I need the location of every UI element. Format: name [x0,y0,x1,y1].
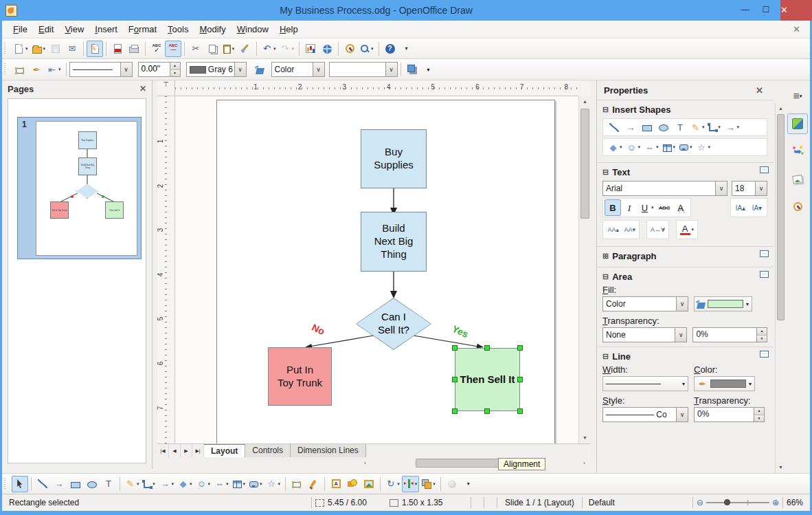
collapse-icon[interactable]: ⊟ [602,272,609,281]
arrange-dropdown-icon[interactable]: ▾ [433,481,436,487]
shadow-button[interactable] [404,61,420,78]
scrollbar-thumb[interactable] [777,114,785,320]
zoom-track[interactable] [706,502,769,503]
chevron-down-icon[interactable]: ∨ [120,63,132,76]
callout-shapes-button[interactable]: ▾ [677,139,695,155]
page-thumbnail[interactable]: 1 Buy Supplies Build Next Big Thing Put … [17,117,142,259]
insert-connector-dropdown-icon[interactable]: ▾ [718,124,721,130]
layer-tab-dimension-lines[interactable]: Dimension Lines [291,444,366,457]
flow-node-then-sell-it[interactable]: Then Sell It [455,348,520,411]
toolbar-overflow-button[interactable]: ▾ [460,476,477,492]
curve-dropdown-icon[interactable]: ▾ [137,481,139,487]
insert-line-button[interactable] [606,119,622,135]
fill-type-combo[interactable]: Color∨ [602,296,688,311]
flowchart-shapes-button[interactable]: ▾ [661,139,678,155]
selection-handle[interactable] [517,345,523,351]
insert-connector-button[interactable]: ▾ [707,119,723,135]
gallery-button[interactable] [361,476,377,492]
fill-color-button[interactable]: ▾ [694,296,752,311]
rotate-dropdown-icon[interactable]: ▾ [397,481,400,487]
sidebar-tab-styles[interactable] [787,168,808,189]
star-shapes-button[interactable]: ☆▾ [695,139,713,155]
insert-rectangle-button[interactable] [639,119,655,135]
lines-and-arrows-dropdown-icon[interactable]: ▾ [172,481,174,487]
redo-dropdown-icon[interactable]: ▾ [292,46,295,52]
underline-button[interactable]: U▾ [638,199,656,216]
increase-font-button[interactable]: AA▴ [605,221,621,238]
scroll-up-icon[interactable]: ▲ [579,96,591,107]
spin-up-icon[interactable]: ▲ [757,328,767,336]
object-size[interactable]: 1.50 x 1.35 [402,498,467,507]
curve-button[interactable]: ✎▾ [123,476,142,492]
zoom-dropdown-icon[interactable]: ▾ [371,46,374,52]
insert-curve-dropdown-icon[interactable]: ▾ [702,124,705,130]
spinner-buttons[interactable]: ▲▼ [170,63,180,76]
toolbar-grip[interactable] [4,43,9,55]
sidebar-tab-properties[interactable] [787,113,808,134]
font-size-combo[interactable]: 18∨ [732,181,767,196]
line-color-combo[interactable]: Gray 6∨ [186,62,247,77]
selection-handle[interactable] [452,345,458,351]
close-properties-icon[interactable]: ✕ [756,85,763,96]
line-style-combo[interactable]: Co∨ [602,407,688,422]
flowcharts-button[interactable]: ▾ [231,476,248,492]
menu-format[interactable]: Format [123,22,162,36]
close-document-icon[interactable]: ✕ [793,24,800,34]
rotate-button[interactable]: ↻▾ [383,476,402,492]
basic-shapes-dropdown-icon[interactable]: ▾ [190,481,192,487]
menu-modify[interactable]: Modify [194,22,231,36]
menu-edit[interactable]: Edit [33,22,59,36]
lines-and-arrows-button[interactable]: →▾ [158,476,177,492]
arrow-style-dropdown-icon[interactable]: ▾ [58,67,61,72]
help-button[interactable]: ? [382,41,398,57]
menu-file[interactable]: File [8,22,33,36]
panel-scrollbar[interactable]: ▲ ▼ [775,103,786,473]
block-arrows-button[interactable]: ⇔▾ [212,476,231,492]
print-button[interactable] [126,41,142,57]
spin-down-icon[interactable]: ▼ [754,415,764,422]
callouts-button[interactable]: ▾ [247,476,264,492]
menu-help[interactable]: Help [274,22,304,36]
edit-file-button[interactable] [87,41,103,57]
paste-dropdown-icon[interactable]: ▾ [232,46,235,52]
line-transparency-spinner[interactable]: 0%▲▼ [694,407,765,422]
chevron-down-icon[interactable]: ∨ [675,328,686,342]
chevron-down-icon[interactable]: ▾ [746,301,749,307]
glue-points-button[interactable] [305,476,322,492]
scrollbar-thumb[interactable] [580,109,589,219]
basic-shapes-button[interactable]: ◆▾ [176,476,194,492]
layer-tab-layout[interactable]: Layout [204,444,245,457]
menu-view[interactable]: View [59,22,89,36]
line-width-button[interactable]: ▾ [602,376,688,391]
callouts-dropdown-icon[interactable]: ▾ [260,481,262,487]
reduce-font-button[interactable]: AA▾ [621,221,638,238]
drawing-page[interactable]: Buy Supplies Build Next Big Thing Can I … [216,100,555,443]
spin-down-icon[interactable]: ▼ [757,336,767,342]
collapse-icon[interactable]: ⊟ [602,168,609,177]
selection-handle[interactable] [452,408,458,414]
last-page-button[interactable]: ▶| [192,444,204,457]
drawing-viewport[interactable]: Buy Supplies Build Next Big Thing Can I … [175,96,578,443]
stars-dropdown-icon[interactable]: ▾ [278,481,281,487]
selection-handle[interactable] [517,408,523,414]
expand-icon[interactable]: ⊞ [602,252,609,261]
underline-dropdown-icon[interactable]: ▾ [651,205,654,210]
next-page-button[interactable]: ▶ [181,444,192,457]
insert-chart-button[interactable] [302,41,319,57]
selection-handle[interactable] [484,345,490,351]
line-width-value[interactable]: 0.00" [139,63,170,76]
scroll-down-icon[interactable]: ▼ [776,462,786,473]
font-color-dropdown-icon[interactable]: ▾ [692,227,695,232]
menu-tools[interactable]: Tools [162,22,194,36]
selection-handle[interactable] [484,408,490,414]
new-document-dropdown-icon[interactable]: ▾ [25,46,28,52]
layer-tab-controls[interactable]: Controls [245,444,291,457]
chevron-down-icon[interactable]: ∨ [715,182,727,195]
export-pdf-button[interactable] [109,41,126,57]
previous-page-button[interactable]: ◀ [169,444,181,457]
insert-curve-button[interactable]: ✎▾ [688,119,707,135]
transparency-type-combo[interactable]: None∨ [602,327,687,342]
line-arrow-end-button[interactable]: → [51,476,67,492]
block-arrows-button[interactable]: ⇔▾ [642,139,661,155]
scroll-up-icon[interactable]: ▲ [776,103,786,114]
